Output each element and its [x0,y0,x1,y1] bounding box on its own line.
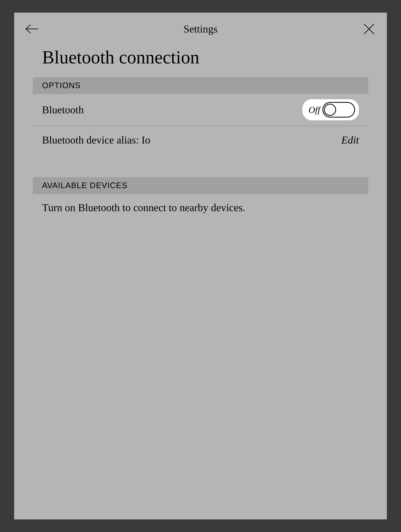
section-gap [33,154,368,177]
back-arrow-icon [25,24,39,34]
edit-alias-button[interactable]: Edit [341,134,359,146]
available-devices-section-header: AVAILABLE DEVICES [33,177,368,194]
settings-screen: Settings Bluetooth connection OPTIONS Bl… [14,13,387,519]
bluetooth-toggle-row: Bluetooth Off [33,94,368,126]
content-area: OPTIONS Bluetooth Off Bluetooth device a… [14,77,387,222]
page-title: Bluetooth connection [14,42,387,77]
back-button[interactable] [25,22,39,36]
bluetooth-toggle[interactable]: Off [302,99,359,120]
header-title: Settings [183,23,217,35]
header-bar: Settings [14,13,387,42]
bluetooth-off-info: Turn on Bluetooth to connect to nearby d… [33,194,368,222]
svg-line-2 [26,29,31,33]
svg-line-1 [26,25,31,29]
close-icon [363,23,375,35]
options-section-header: OPTIONS [33,77,368,94]
alias-row: Bluetooth device alias: Io Edit [33,126,368,154]
close-button[interactable] [362,22,376,36]
toggle-state-label: Off [308,105,320,115]
toggle-track [322,102,355,118]
bluetooth-label: Bluetooth [42,104,84,116]
toggle-knob [324,104,336,116]
alias-label: Bluetooth device alias: Io [42,134,150,146]
